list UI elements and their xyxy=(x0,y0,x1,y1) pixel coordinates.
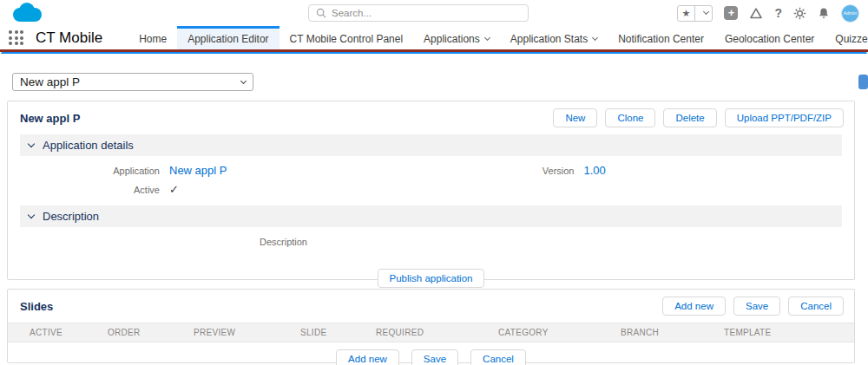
page-content: New appl P New appl P New Clone Delete U… xyxy=(0,54,868,365)
field-label: Application xyxy=(8,164,160,176)
favorites-control[interactable]: ★ xyxy=(677,5,713,22)
search-input[interactable] xyxy=(332,8,521,18)
help-icon[interactable]: ? xyxy=(774,6,782,20)
tab-application-editor[interactable]: Application Editor xyxy=(177,26,279,49)
tab-geolocation-center[interactable]: Geolocation Center xyxy=(714,26,825,49)
chevron-down-icon xyxy=(484,35,490,41)
chevron-down-icon xyxy=(592,35,598,41)
app-launcher-icon[interactable] xyxy=(9,30,23,45)
column-header-preview: PREVIEW xyxy=(172,328,279,337)
section-title: Application details xyxy=(43,139,134,152)
column-header-slide: SLIDE xyxy=(279,328,354,337)
tab-applications[interactable]: Applications xyxy=(413,26,500,49)
section-title: Description xyxy=(43,210,99,223)
tab-label: Quizzes xyxy=(835,33,868,45)
search-icon xyxy=(316,8,326,18)
app-nav-bar: CT Mobile Home Application Editor CT Mob… xyxy=(0,26,868,49)
favorites-dropdown[interactable] xyxy=(694,6,712,21)
add-new-button[interactable]: Add new xyxy=(662,297,726,316)
tab-application-stats[interactable]: Application Stats xyxy=(500,26,608,49)
field-label: Description xyxy=(8,235,307,247)
save-button-bottom[interactable]: Save xyxy=(411,349,458,365)
field-active: Active ✓ xyxy=(8,183,431,196)
active-checkmark-icon: ✓ xyxy=(169,183,179,196)
upload-ppt-pdf-zip-button[interactable]: Upload PPT/PDF/ZIP xyxy=(725,108,844,127)
application-select[interactable]: New appl P xyxy=(12,73,253,91)
section-application-details[interactable]: Application details xyxy=(20,134,842,156)
favorite-star-icon[interactable]: ★ xyxy=(678,6,695,21)
user-avatar[interactable]: Admin xyxy=(841,4,859,23)
column-header-category: CATEGORY xyxy=(477,328,599,337)
slides-title: Slides xyxy=(20,300,53,313)
application-select-value: New appl P xyxy=(20,75,80,88)
version-value: 1.00 xyxy=(584,164,606,177)
global-actions-icon[interactable]: + xyxy=(724,6,738,20)
chevron-down-icon xyxy=(28,140,35,147)
column-header-branch: BRANCH xyxy=(599,328,702,337)
tab-home[interactable]: Home xyxy=(128,26,177,49)
notifications-bell-icon[interactable] xyxy=(818,7,830,20)
add-new-button-bottom[interactable]: Add new xyxy=(336,349,399,365)
clone-button[interactable]: Clone xyxy=(605,108,655,127)
nav-tabs: Home Application Editor CT Mobile Contro… xyxy=(128,26,868,49)
slides-card: Slides Add new Save Cancel ACTIVE ORDER … xyxy=(7,289,855,363)
field-application: Application New appl P xyxy=(8,164,431,177)
tab-label: Applications xyxy=(424,33,480,45)
description-fields: Description xyxy=(8,227,854,255)
application-card: New appl P New Clone Delete Upload PPT/P… xyxy=(7,101,855,280)
tab-notification-center[interactable]: Notification Center xyxy=(608,26,714,49)
new-button[interactable]: New xyxy=(553,108,597,127)
tab-quizzes[interactable]: Quizzes xyxy=(825,26,868,49)
chevron-down-icon xyxy=(28,212,35,218)
cancel-button-bottom[interactable]: Cancel xyxy=(470,349,526,365)
chevron-down-icon xyxy=(240,77,247,83)
app-name: CT Mobile xyxy=(36,29,102,47)
salesforce-logo-icon xyxy=(10,2,43,24)
column-header-active: ACTIVE xyxy=(8,328,86,337)
column-header-template: TEMPLATE xyxy=(702,328,854,337)
global-search[interactable] xyxy=(308,4,529,22)
field-label: Version xyxy=(431,164,575,176)
save-button[interactable]: Save xyxy=(733,297,780,316)
setup-gear-icon[interactable] xyxy=(793,7,806,20)
delete-button[interactable]: Delete xyxy=(663,108,716,127)
column-header-required: REQUIRED xyxy=(354,328,477,337)
application-details-fields: Application New appl P Active ✓ Version … xyxy=(8,156,854,204)
field-description: Description xyxy=(8,235,317,247)
top-utility-bar: ★ + ? Admin xyxy=(0,0,868,26)
slides-table-header: ACTIVE ORDER PREVIEW SLIDE REQUIRED CATE… xyxy=(8,323,854,342)
tab-ct-mobile-control-panel[interactable]: CT Mobile Control Panel xyxy=(279,26,414,49)
guidance-icon[interactable] xyxy=(749,7,763,20)
scrollbar-thumb[interactable] xyxy=(858,75,868,89)
record-title: New appl P xyxy=(20,112,80,125)
cancel-button[interactable]: Cancel xyxy=(788,297,844,316)
section-description[interactable]: Description xyxy=(20,205,842,227)
tab-label: Application Stats xyxy=(510,33,588,45)
publish-application-button[interactable]: Publish application xyxy=(378,269,485,288)
field-label: Active xyxy=(8,183,160,195)
field-version: Version 1.00 xyxy=(431,164,855,177)
application-value-link[interactable]: New appl P xyxy=(169,164,227,177)
column-header-order: ORDER xyxy=(86,328,172,337)
